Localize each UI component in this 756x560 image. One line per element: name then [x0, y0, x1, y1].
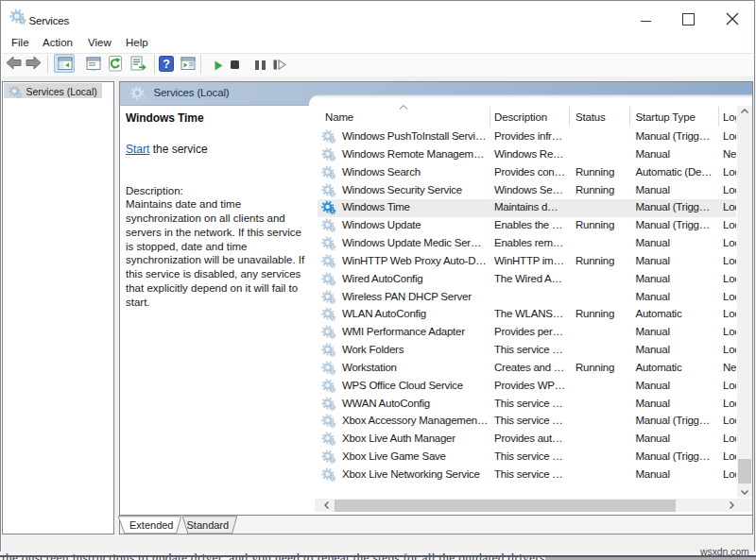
svg-text:?: ?: [163, 58, 170, 71]
svg-text:Standard: Standard: [187, 519, 230, 531]
svg-text:Extended: Extended: [129, 519, 173, 531]
